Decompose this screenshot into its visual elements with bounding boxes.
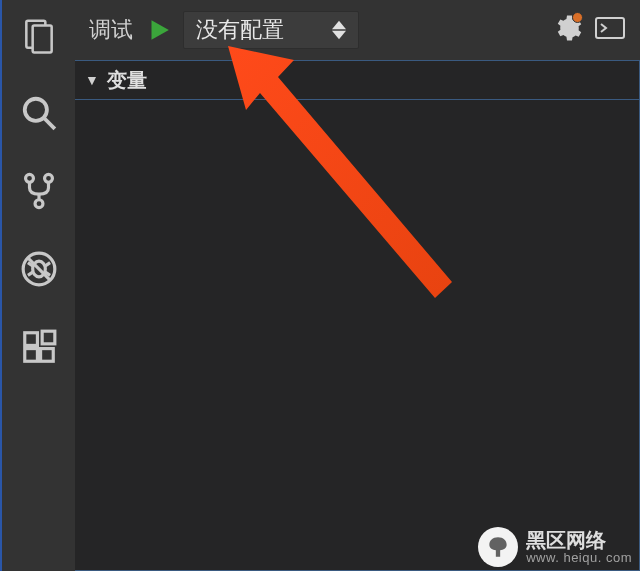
activity-bar [0,0,75,571]
svg-point-2 [24,99,46,121]
svg-rect-15 [24,333,37,346]
settings-button[interactable] [552,13,582,47]
svg-rect-1 [32,26,51,53]
toolbar-title: 调试 [89,15,133,45]
debug-console-button[interactable] [594,16,626,44]
extensions-icon[interactable] [16,324,62,370]
variables-title: 变量 [107,67,147,94]
svg-rect-16 [24,349,37,362]
svg-line-13 [27,272,32,275]
svg-point-4 [25,174,33,182]
svg-point-5 [44,174,52,182]
variables-section-header[interactable]: ▼ 变量 [75,60,640,100]
svg-rect-19 [596,18,624,38]
variables-panel [75,100,640,571]
collapse-icon: ▼ [85,72,99,88]
debug-toolbar: 调试 没有配置 [75,0,640,60]
debug-config-select[interactable]: 没有配置 [183,11,359,49]
svg-rect-17 [40,349,53,362]
search-icon[interactable] [16,90,62,136]
config-selected-label: 没有配置 [196,15,284,45]
source-control-icon[interactable] [16,168,62,214]
debug-icon[interactable] [16,246,62,292]
svg-line-12 [45,263,50,266]
debug-panel: 调试 没有配置 ▼ 变量 [75,0,640,571]
explorer-icon[interactable] [16,12,62,58]
updown-icon [332,20,346,40]
notification-dot [572,12,583,23]
start-debug-button[interactable] [145,17,171,43]
svg-point-6 [35,200,43,208]
svg-rect-18 [42,331,55,344]
svg-line-3 [43,118,54,129]
